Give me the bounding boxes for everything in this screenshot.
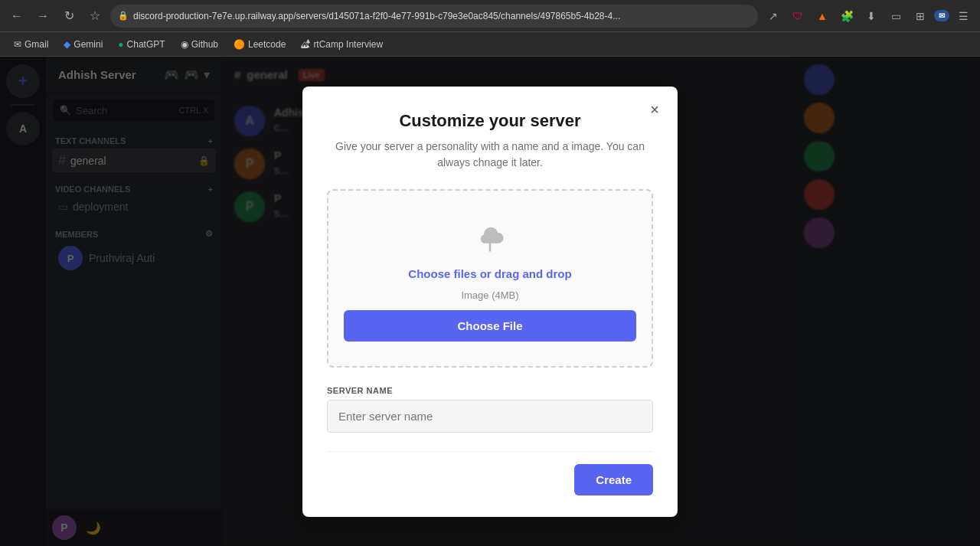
chatgpt-icon: ●: [118, 39, 123, 50]
bookmark-button[interactable]: ☆: [84, 5, 106, 27]
upload-area[interactable]: Choose files or drag and drop Image (4MB…: [327, 189, 653, 368]
split-view-button[interactable]: ▭: [885, 5, 906, 27]
rtcamp-icon: 🏕: [301, 39, 310, 50]
bookmark-leetcode[interactable]: 🟠 Leetcode: [227, 38, 292, 51]
bookmark-gmail-label: Gmail: [24, 39, 48, 50]
bookmark-rtcamp[interactable]: 🏕 rtCamp Interview: [295, 38, 389, 51]
bookmark-rtcamp-label: rtCamp Interview: [313, 39, 383, 50]
gmail-icon: ✉: [14, 39, 21, 50]
bookmark-github[interactable]: ◉ Github: [175, 38, 224, 51]
main-content: + A Adhish Server 🎮 🎮 ▾ 🔍 Search CTRL X …: [0, 57, 980, 546]
modal-subtitle: Give your server a personality with a na…: [327, 139, 653, 171]
url-text: discord-production-7e7e.up.railway.app/s…: [133, 11, 620, 21]
modal-footer: Create: [327, 451, 653, 495]
bookmark-leetcode-label: Leetcode: [248, 39, 286, 50]
upload-link[interactable]: Choose files or drag and drop: [408, 267, 571, 280]
github-icon: ◉: [181, 39, 188, 50]
bookmark-chatgpt-label: ChatGPT: [127, 39, 165, 50]
bookmark-gmail[interactable]: ✉ Gmail: [8, 38, 54, 51]
brave-icon-button[interactable]: ▲: [812, 5, 833, 27]
modal-title: Customize your server: [327, 111, 653, 131]
extensions-button[interactable]: 🧩: [836, 5, 858, 27]
server-name-section: SERVER NAME: [327, 386, 653, 433]
browser-actions: ↗ 🛡 ▲ 🧩 ⬇ ▭ ⊞ ✉ ☰: [763, 5, 974, 27]
sidebar-toggle-button[interactable]: ⊞: [910, 5, 931, 27]
server-name-label: SERVER NAME: [327, 386, 653, 395]
menu-button[interactable]: ☰: [952, 5, 974, 27]
server-name-input[interactable]: [327, 400, 653, 433]
bookmark-gemini-label: Gemini: [74, 39, 103, 50]
lock-icon: 🔒: [118, 11, 129, 21]
brave-shield-button[interactable]: 🛡: [787, 5, 808, 27]
download-button[interactable]: ⬇: [861, 5, 882, 27]
upload-cloud-icon: [469, 215, 511, 258]
reload-button[interactable]: ↻: [58, 5, 80, 27]
close-icon: ×: [650, 102, 659, 117]
choose-file-button[interactable]: Choose File: [344, 310, 636, 342]
address-bar[interactable]: 🔒 discord-production-7e7e.up.railway.app…: [110, 5, 758, 28]
leetcode-icon: 🟠: [234, 39, 245, 50]
bookmark-chatgpt[interactable]: ● ChatGPT: [112, 38, 171, 51]
upload-hint: Image (4MB): [461, 289, 518, 301]
modal-overlay: × Customize your server Give your server…: [0, 57, 980, 546]
back-button[interactable]: ←: [6, 5, 28, 27]
modal-close-button[interactable]: ×: [644, 99, 665, 120]
share-button[interactable]: ↗: [763, 5, 784, 27]
bookmark-gemini[interactable]: ◆ Gemini: [57, 38, 109, 51]
bookmarks-bar: ✉ Gmail ◆ Gemini ● ChatGPT ◉ Github 🟠 Le…: [0, 32, 980, 57]
vpn-badge: ✉: [934, 10, 949, 21]
gemini-icon: ◆: [64, 39, 70, 50]
create-button[interactable]: Create: [574, 464, 653, 495]
bookmark-github-label: Github: [191, 39, 218, 50]
browser-bar: ← → ↻ ☆ 🔒 discord-production-7e7e.up.rai…: [0, 0, 980, 32]
customize-server-modal: × Customize your server Give your server…: [302, 87, 678, 517]
forward-button[interactable]: →: [32, 5, 54, 27]
